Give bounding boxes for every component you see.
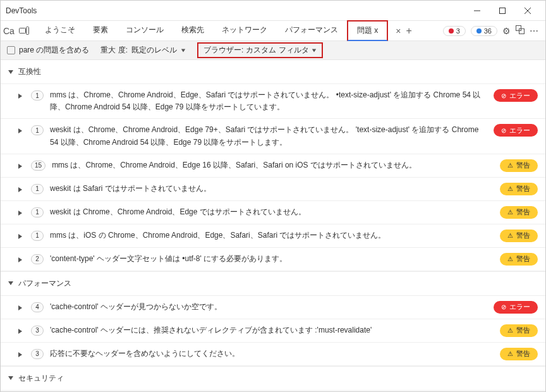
error-dot-icon <box>449 28 454 34</box>
warning-pill: ⚠警告 <box>500 230 538 242</box>
issue-row[interactable]: 15mms は、Chrome、Chrome Android、Edge 16 以降… <box>1 154 545 178</box>
window-title: DevTools <box>6 6 464 15</box>
issue-row[interactable]: 1weskit は、Chrome、Chrome Android、Edge 79+… <box>1 119 545 154</box>
section-perf: パフォーマンス 4'cache-control' ヘッダーが見つからないか空です… <box>1 272 545 367</box>
severity-filter[interactable]: 重大 度: 既定のレベル <box>100 45 186 56</box>
warning-icon: ⚠ <box>507 350 513 357</box>
expand-icon[interactable] <box>18 253 25 264</box>
svg-rect-1 <box>500 8 506 13</box>
status-label: 警告 <box>516 184 530 193</box>
browser-label: ブラウザー: <box>203 45 243 56</box>
issue-list-compat: 1mms は、Chrome、Chrome Android、Edge、Safari… <box>1 84 545 271</box>
right-tools: 3 36 ⚙ ⋯ <box>443 25 543 36</box>
warning-pill: ⚠警告 <box>500 183 538 195</box>
expand-icon[interactable] <box>18 89 25 101</box>
status-label: エラー <box>509 302 530 312</box>
device-toggle-icon[interactable] <box>18 25 30 37</box>
issue-row[interactable]: 1weskit は Chrome、Chrome Android、Edge ではサ… <box>1 201 545 224</box>
tab-welcome[interactable]: ようこそ <box>36 21 84 40</box>
count-badge: 1 <box>31 207 44 217</box>
status-label: 警告 <box>516 231 530 240</box>
count-badge: 3 <box>31 326 44 336</box>
minimize-button[interactable] <box>464 2 490 20</box>
expand-icon[interactable] <box>18 324 25 336</box>
issue-text: mms は、Chrome、Chrome Android、Edge 16 以降、S… <box>52 159 494 171</box>
issue-text: weskit は、Chrome、Chrome Android、Edge 79+、… <box>50 124 487 148</box>
count-badge: 2 <box>31 254 44 264</box>
warning-pill: ⚠警告 <box>500 253 538 266</box>
include-checkbox[interactable] <box>7 46 15 54</box>
expand-icon[interactable] <box>18 230 25 241</box>
settings-icon[interactable]: ⚙ <box>502 26 511 36</box>
more-icon[interactable]: ⋯ <box>530 26 539 36</box>
svg-rect-6 <box>516 26 521 31</box>
issue-row[interactable]: 4'cache-control' ヘッダーが見つからないか空です。⊘エラー <box>1 296 545 319</box>
issue-row[interactable]: 3応答に不要なヘッダーを含めないようにしてください。⚠警告 <box>1 343 545 366</box>
expand-icon[interactable] <box>18 301 25 312</box>
issues-content[interactable]: 互換性 1mms は、Chrome、Chrome Android、Edge、Sa… <box>1 60 545 392</box>
count-badge: 4 <box>31 302 44 312</box>
section-title: パフォーマンス <box>18 278 71 289</box>
error-pill: ⊘エラー <box>494 124 538 137</box>
issue-text: weskit は Chrome、Chrome Android、Edge ではサポ… <box>50 206 494 218</box>
warning-icon: ⚠ <box>507 162 513 169</box>
count-badge: 1 <box>31 90 44 101</box>
expand-icon[interactable] <box>18 159 25 171</box>
tab-elements[interactable]: 要素 <box>84 21 117 40</box>
chevron-down-icon <box>312 49 316 52</box>
warning-icon: ⚠ <box>507 232 513 239</box>
maximize-button[interactable] <box>490 2 515 20</box>
tabbar: Ca ようこそ 要素 コンソール 検索先 ネットワーク パフォーマンス 問題 x… <box>1 21 545 41</box>
dock-icon[interactable] <box>516 25 525 36</box>
tab-issues[interactable]: 問題 x <box>347 20 388 41</box>
browser-filter[interactable]: ブラウザー: カスタム フィルタ <box>197 42 323 58</box>
warning-icon: ⚠ <box>507 209 513 216</box>
svg-rect-7 <box>519 29 525 34</box>
chevron-down-icon <box>8 70 13 74</box>
svg-rect-4 <box>19 28 25 33</box>
tab-console[interactable]: コンソール <box>117 21 173 40</box>
info-dot-icon <box>476 28 482 34</box>
error-counter[interactable]: 3 <box>443 26 466 36</box>
tab-search[interactable]: 検索先 <box>173 21 213 40</box>
issue-row[interactable]: 3'cache-control' ヘッダーには、推奨されないディレクティブが含ま… <box>1 319 545 343</box>
error-icon: ⊘ <box>501 303 506 310</box>
info-count: 36 <box>484 27 492 35</box>
warning-pill: ⚠警告 <box>500 324 538 337</box>
severity-label: 重大 度: <box>100 45 128 56</box>
section-security: セキュリティ 4応答には、'x-content-type-options' ヘッ… <box>1 367 545 392</box>
section-head-perf[interactable]: パフォーマンス <box>1 272 545 296</box>
issue-row[interactable]: 1mms は、iOS の Chrome、Chrome Android、Edge、… <box>1 224 545 248</box>
tab-close-icon[interactable]: × <box>396 26 401 36</box>
status-label: 警告 <box>516 254 530 264</box>
info-counter[interactable]: 36 <box>471 26 497 36</box>
issue-row[interactable]: 2'content-type' ヘッダー文字セット値は •utf-8' にする必… <box>1 248 545 271</box>
section-head-compat[interactable]: 互換性 <box>1 60 545 84</box>
include-label: pare の問題を含める <box>19 45 89 56</box>
inspect-label[interactable]: Ca <box>3 26 15 36</box>
expand-icon[interactable] <box>18 206 25 217</box>
chevron-down-icon <box>181 49 185 52</box>
issue-row[interactable]: 1mms は、Chrome、Chrome Android、Edge、Safari… <box>1 84 545 119</box>
expand-icon[interactable] <box>18 183 25 194</box>
issue-text: 'content-type' ヘッダー文字セット値は •utf-8' にする必要… <box>50 253 494 265</box>
status-label: 警告 <box>516 349 530 358</box>
error-icon: ⊘ <box>501 127 506 134</box>
status-label: 警告 <box>516 207 530 217</box>
expand-icon[interactable] <box>18 348 25 359</box>
expand-icon[interactable] <box>18 124 25 135</box>
warning-pill: ⚠警告 <box>500 206 538 219</box>
tab-performance[interactable]: パフォーマンス <box>276 21 347 40</box>
section-head-security[interactable]: セキュリティ <box>1 367 545 391</box>
error-pill: ⊘エラー <box>494 89 538 102</box>
section-compat: 互換性 1mms は、Chrome、Chrome Android、Edge、Sa… <box>1 60 545 272</box>
status-label: エラー <box>509 126 530 135</box>
tab-network[interactable]: ネットワーク <box>213 21 276 40</box>
tab-add-icon[interactable]: + <box>406 25 411 37</box>
window-titlebar: DevTools <box>1 1 545 21</box>
issue-row[interactable]: 1weskit は Safari ではサポートされていません。⚠警告 <box>1 178 545 201</box>
issue-text: 応答に不要なヘッダーを含めないようにしてください。 <box>50 348 494 360</box>
browser-value: カスタム フィルタ <box>246 45 308 56</box>
count-badge: 3 <box>31 349 44 359</box>
close-button[interactable] <box>515 2 540 20</box>
